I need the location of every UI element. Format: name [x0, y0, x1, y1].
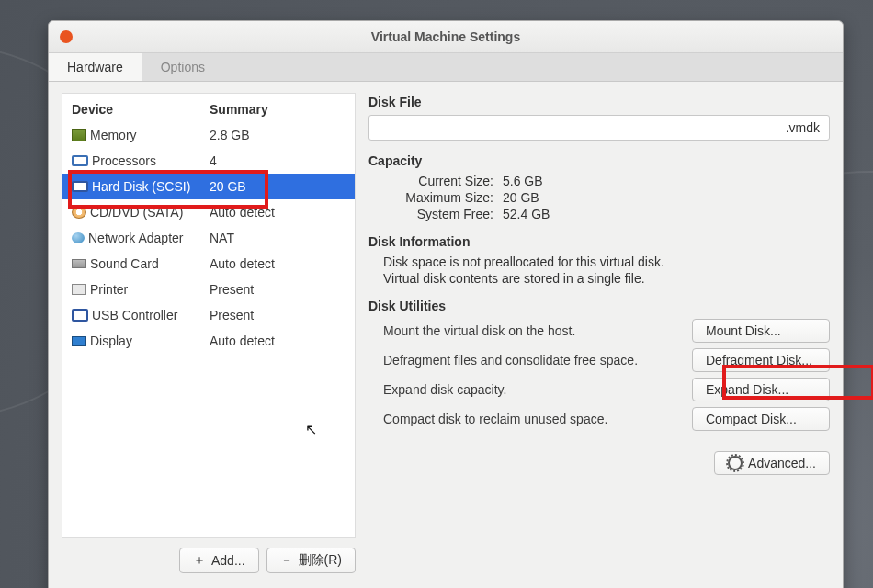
sound-icon	[72, 259, 86, 268]
tab-options[interactable]: Options	[142, 53, 223, 81]
tab-hardware[interactable]: Hardware	[49, 53, 142, 81]
disk-utilities-heading: Disk Utilities	[368, 299, 830, 313]
device-row-display[interactable]: Display Auto detect	[62, 328, 355, 354]
device-table: Device Summary Memory 2.8 GB Processors …	[62, 93, 356, 538]
device-row-memory[interactable]: Memory 2.8 GB	[62, 122, 355, 148]
compact-desc: Compact disk to reclaim unused space.	[383, 412, 692, 426]
advanced-button[interactable]: Advanced...	[714, 451, 830, 475]
device-row-usb[interactable]: USB Controller Present	[62, 302, 355, 328]
disk-file-heading: Disk File	[368, 95, 830, 109]
hardware-panel: Device Summary Memory 2.8 GB Processors …	[62, 93, 356, 573]
info-line-2: Virtual disk contents are stored in a si…	[383, 271, 830, 286]
add-button[interactable]: ＋Add...	[179, 548, 259, 573]
mount-disk-button[interactable]: Mount Disk...	[692, 319, 830, 343]
col-header-device: Device	[72, 102, 210, 117]
settings-window: Virtual Machine Settings Hardware Option…	[48, 20, 844, 588]
device-row-cddvd[interactable]: CD/DVD (SATA) Auto detect	[62, 199, 355, 225]
printer-icon	[72, 284, 86, 295]
compact-disk-button[interactable]: Compact Disk...	[692, 407, 830, 431]
defragment-disk-button[interactable]: Defragment Disk...	[692, 348, 830, 372]
disk-info-heading: Disk Information	[368, 234, 830, 249]
display-icon	[72, 336, 86, 346]
mount-desc: Mount the virtual disk on the host.	[383, 323, 692, 338]
network-icon	[72, 232, 85, 243]
expand-disk-button[interactable]: Expand Disk...	[692, 378, 830, 401]
device-row-printer[interactable]: Printer Present	[62, 277, 355, 302]
expand-desc: Expand disk capacity.	[383, 382, 692, 397]
current-size-label: Current Size:	[383, 174, 503, 188]
info-line-1: Disk space is not preallocated for this …	[383, 254, 830, 269]
device-row-processors[interactable]: Processors 4	[62, 148, 355, 174]
minus-icon: －	[280, 552, 293, 569]
device-row-hard-disk[interactable]: Hard Disk (SCSI) 20 GB	[62, 174, 355, 199]
gear-icon	[728, 456, 743, 470]
titlebar: Virtual Machine Settings	[49, 21, 843, 53]
cpu-icon	[72, 155, 88, 166]
col-header-summary: Summary	[210, 102, 346, 117]
device-row-sound[interactable]: Sound Card Auto detect	[62, 251, 355, 277]
maximum-size-label: Maximum Size:	[383, 190, 503, 205]
plus-icon: ＋	[193, 552, 206, 569]
defragment-desc: Defragment files and consolidate free sp…	[383, 353, 692, 368]
device-row-network[interactable]: Network Adapter NAT	[62, 225, 355, 251]
system-free-value: 52.4 GB	[503, 207, 550, 221]
detail-panel: Disk File .vmdk Capacity Current Size:5.…	[368, 93, 830, 573]
disk-file-field[interactable]: .vmdk	[368, 115, 830, 141]
current-size-value: 5.6 GB	[503, 174, 543, 188]
cd-icon	[72, 206, 86, 219]
tab-bar: Hardware Options	[49, 53, 843, 82]
remove-button[interactable]: －删除(R)	[266, 548, 356, 573]
window-title: Virtual Machine Settings	[49, 29, 843, 44]
maximum-size-value: 20 GB	[503, 190, 539, 205]
memory-icon	[72, 129, 86, 141]
hard-disk-icon	[72, 181, 88, 192]
system-free-label: System Free:	[383, 207, 503, 221]
capacity-heading: Capacity	[368, 153, 830, 168]
usb-icon	[72, 309, 88, 322]
